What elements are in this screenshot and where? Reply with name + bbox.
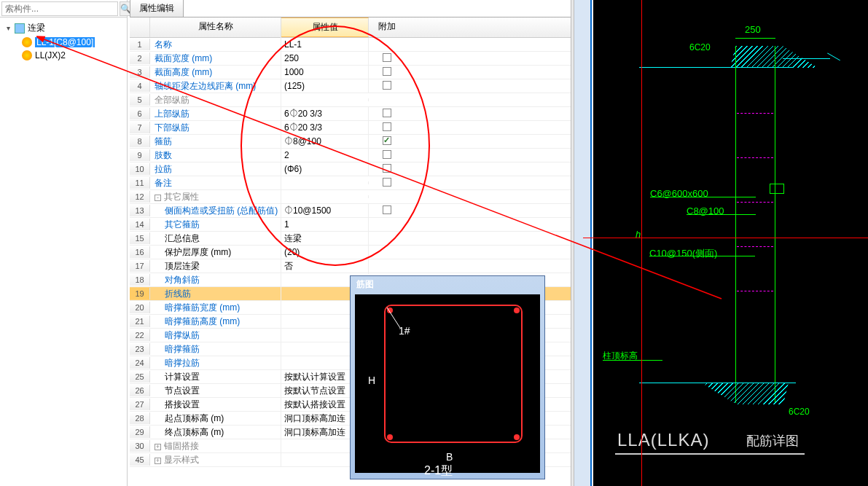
property-row[interactable]: 1名称LL-1 [130,38,571,52]
property-name[interactable]: 其它箍筋 [150,217,281,232]
property-value[interactable] [281,181,369,184]
property-name[interactable]: 截面宽度 (mm) [150,51,281,66]
property-name[interactable]: 暗撑箍筋高度 (mm) [150,314,281,329]
property-name-text: 名称 [155,39,172,50]
property-value[interactable]: 否 [281,259,369,274]
property-name[interactable]: 全部纵筋 [150,93,281,108]
property-row[interactable]: 11备注 [130,176,571,190]
property-name[interactable]: 起点顶标高 (m) [150,411,281,426]
property-row[interactable]: 3截面高度 (mm)1000 [130,66,571,79]
property-name[interactable]: 下部纵筋 [150,120,281,136]
header-add[interactable]: 附加 [369,17,405,37]
property-row[interactable]: 12-其它属性 [130,190,571,204]
property-value[interactable]: (Φ6) [281,162,369,176]
rebar-canvas: 1# H B 2-1型 [355,294,540,473]
property-row[interactable]: 5全部纵筋 [130,93,571,107]
property-row[interactable]: 6上部纵筋6⏀20 3/3 [130,107,571,121]
header-name[interactable]: 属性名称 [150,17,281,37]
add-checkbox[interactable] [383,67,391,76]
property-name[interactable]: 名称 [150,37,281,52]
property-name[interactable]: +锚固搭接 [150,439,281,454]
property-row[interactable]: 14其它箍筋1 [130,218,571,232]
property-name[interactable]: 侧面构造或受扭筋 (总配筋值) [150,203,281,219]
property-row[interactable]: 9肢数2 [130,149,571,162]
property-value[interactable] [281,195,369,198]
tab-bar: 属性编辑 [130,0,571,17]
property-name[interactable]: 截面高度 (mm) [150,65,281,80]
property-row[interactable]: 10拉筋(Φ6) [130,162,571,176]
property-name[interactable]: 节点设置 [150,383,281,399]
add-checkbox[interactable] [383,205,391,214]
property-value[interactable]: ⏀10@1500 [281,204,369,217]
add-checkbox[interactable] [383,136,391,145]
property-value[interactable]: 1000 [281,66,369,79]
property-row[interactable]: 2截面宽度 (mm)250 [130,52,571,66]
property-name-text: 暗撑箍筋高度 (mm) [165,316,240,326]
component-icon [22,50,32,60]
property-name[interactable]: 计算设置 [150,369,281,385]
dim-250: 250 [745,24,761,35]
property-name[interactable]: 备注 [150,176,281,191]
property-name[interactable]: 轴线距梁左边线距离 (mm) [150,79,281,94]
add-checkbox[interactable] [383,150,391,159]
property-name[interactable]: 终点顶标高 (m) [150,425,281,440]
cad-ruler[interactable] [574,0,592,486]
property-value[interactable]: 6⏀20 3/3 [281,107,369,120]
property-name[interactable]: -其它属性 [150,189,281,205]
property-row[interactable]: 17顶层连梁否 [130,259,571,273]
header-value[interactable]: 属性值 [281,17,369,37]
tree-root[interactable]: ▾ 连梁 [1,20,125,36]
property-name[interactable]: 拉筋 [150,162,281,177]
property-value[interactable]: 1 [281,218,369,231]
property-row[interactable]: 16保护层厚度 (mm)(20) [130,246,571,259]
search-input[interactable] [1,1,118,16]
property-value[interactable]: LL-1 [281,38,369,51]
property-row[interactable]: 8箍筋⏀8@100 [130,135,571,149]
property-name[interactable]: 汇总信息 [150,231,281,246]
property-value[interactable]: (125) [281,79,369,93]
property-value[interactable]: 6⏀20 3/3 [281,121,369,134]
add-checkbox[interactable] [383,53,391,62]
tab-property-edit[interactable]: 属性编辑 [130,0,184,17]
property-name[interactable]: 箍筋 [150,134,281,149]
expand-icon[interactable]: + [155,444,161,450]
add-checkbox[interactable] [383,122,391,131]
property-row[interactable]: 13侧面构造或受扭筋 (总配筋值)⏀10@1500 [130,204,571,218]
row-number: 5 [130,94,150,106]
property-name[interactable]: 保护层厚度 (mm) [150,245,281,260]
property-name[interactable]: 暗撑箍筋 [150,342,281,357]
property-value[interactable]: (20) [281,246,369,259]
add-checkbox[interactable] [383,81,391,90]
property-name[interactable]: 折线筋 [150,286,281,302]
property-name[interactable]: 肢数 [150,148,281,163]
property-name[interactable]: 暗撑箍筋宽度 (mm) [150,300,281,315]
property-name[interactable]: 暗撑纵筋 [150,328,281,343]
expand-icon[interactable]: + [155,458,161,464]
property-name[interactable]: 暗撑拉筋 [150,356,281,371]
add-checkbox[interactable] [383,109,391,117]
collapse-icon[interactable]: - [155,195,161,201]
beam-category-icon [15,23,25,34]
property-row[interactable]: 4轴线距梁左边线距离 (mm)(125) [130,79,571,93]
tree-item-ll1[interactable]: LL-1[C8@100] [1,36,125,49]
property-name[interactable]: 上部纵筋 [150,106,281,122]
property-name[interactable]: 顶层连梁 [150,259,281,274]
add-checkbox[interactable] [383,164,391,173]
property-value[interactable]: 250 [281,52,369,65]
rebar-diagram-panel[interactable]: 筋图 1# H B 2-1型 [350,275,545,479]
collapse-icon[interactable]: ▾ [4,25,12,32]
cad-viewport[interactable]: 250 6C20 C6@600x600 C8@100 h C10@150(侧面)… [593,0,868,486]
property-name[interactable]: +显示样式 [150,452,281,468]
property-add-cell [369,164,405,175]
property-value[interactable]: 2 [281,149,369,162]
property-value[interactable] [281,98,369,101]
property-value[interactable]: ⏀8@100 [281,135,369,148]
row-number: 25 [130,371,150,383]
property-row[interactable]: 7下部纵筋6⏀20 3/3 [130,121,571,135]
tree-item-lljx2[interactable]: LL(JX)2 [1,49,125,62]
property-name[interactable]: 搭接设置 [150,397,281,412]
property-row[interactable]: 15汇总信息连梁 [130,232,571,246]
property-value[interactable]: 连梁 [281,231,369,246]
add-checkbox[interactable] [383,178,391,187]
property-name[interactable]: 对角斜筋 [150,273,281,288]
